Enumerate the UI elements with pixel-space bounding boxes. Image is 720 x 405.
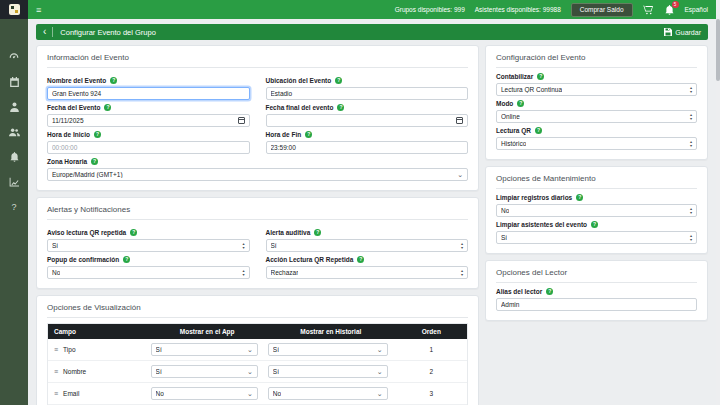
help-icon[interactable]: ? [517, 100, 524, 107]
attendees-available-text: Asistentes disponibles: 99988 [475, 6, 561, 13]
save-button[interactable]: Guardar [664, 28, 701, 36]
table-header-row: Campo Mostrar en el App Mostrar en Histo… [48, 324, 467, 339]
audio-alert-label: Alerta auditiva [266, 229, 311, 236]
scrollbar-thumb[interactable] [716, 19, 720, 81]
field-repeat-qr-warning: Aviso lectura QR repetida ? Sí ▴▾ [47, 229, 250, 252]
help-icon[interactable]: ? [591, 221, 598, 228]
cart-icon[interactable] [643, 4, 654, 15]
event-name-input[interactable] [47, 87, 250, 100]
timezone-label: Zona Horaria [47, 158, 87, 165]
reader-alias-input[interactable] [496, 298, 697, 311]
save-icon [664, 28, 672, 36]
drag-handle-icon[interactable]: ≡ [54, 346, 58, 353]
clear-attendees-label: Limpiar asistentes del evento [496, 221, 587, 228]
help-icon[interactable]: ? [576, 194, 583, 201]
clear-daily-select[interactable]: No ▴▾ [496, 204, 697, 217]
show-in-history-select[interactable]: Sí ⌄ [268, 365, 388, 378]
clear-attendees-select[interactable]: Sí ▴▾ [496, 231, 697, 244]
table-row: ≡ Email No ⌄ No ⌄ 3 [48, 383, 467, 405]
count-mode-label: Contabilizar [496, 73, 533, 80]
gauge-icon[interactable] [9, 51, 20, 62]
calendar-picker-icon[interactable] [456, 117, 463, 124]
help-icon[interactable]: ? [337, 104, 344, 111]
select-arrows-icon: ▴▾ [242, 269, 244, 275]
display-options-card: Opciones de Visualización Campo Mostrar … [36, 295, 479, 405]
main-content: ‹ Configurar Evento del Grupo Guardar In… [28, 19, 716, 405]
col-header-app: Mostrar en el App [149, 328, 266, 335]
repeat-qr-action-select[interactable]: Rechazar ▴▾ [266, 266, 469, 279]
notification-badge: 5 [672, 1, 679, 8]
page-title: Configurar Evento del Grupo [60, 28, 155, 37]
show-in-app-select[interactable]: Sí ⌄ [151, 343, 258, 356]
help-icon[interactable]: ? [546, 288, 553, 295]
event-date-input[interactable]: 11/11/2025 [47, 114, 250, 127]
show-in-app-select[interactable]: Sí ⌄ [151, 365, 258, 378]
help-icon[interactable]: ? [535, 127, 542, 134]
bell-icon-sidebar[interactable] [9, 151, 20, 162]
field-repeat-qr-action: Acción Lectura QR Repetida ? Rechazar ▴▾ [266, 256, 469, 279]
hamburger-icon[interactable]: ≡ [36, 5, 41, 15]
back-button[interactable]: ‹ [43, 27, 52, 37]
user-icon[interactable] [9, 101, 20, 112]
timezone-select[interactable]: Europe/Madrid (GMT+1) ⌄ [47, 168, 468, 181]
help-icon[interactable]: ? [335, 77, 342, 84]
event-location-label: Ubicación del Evento [266, 77, 332, 84]
users-icon[interactable] [9, 126, 20, 137]
col-header-campo: Campo [48, 328, 149, 335]
end-time-input[interactable] [266, 141, 469, 154]
select-arrows-icon: ▴▾ [690, 86, 692, 92]
audio-alert-select[interactable]: Sí ▴▾ [266, 239, 469, 252]
display-options-table: Campo Mostrar en el App Mostrar en Histo… [47, 323, 468, 405]
qr-reading-select[interactable]: Histórico ▴▾ [496, 137, 697, 150]
page-header: ‹ Configurar Evento del Grupo Guardar [36, 24, 708, 40]
drag-handle-icon[interactable]: ≡ [54, 390, 58, 397]
select-arrows-icon: ▴▾ [461, 269, 463, 275]
chart-icon[interactable] [9, 176, 20, 187]
reader-alias-label: Alias del lector [496, 288, 542, 295]
drag-handle-icon[interactable]: ≡ [54, 368, 58, 375]
mode-select[interactable]: Online ▴▾ [496, 110, 697, 123]
count-mode-select[interactable]: Lectura QR Continua ▴▾ [496, 83, 697, 96]
groups-available-text: Grupos disponibles: 999 [395, 6, 465, 13]
field-event-name: Nombre del Evento ? [47, 77, 250, 100]
field-clear-attendees: Limpiar asistentes del evento ? Sí ▴▾ [496, 221, 697, 244]
show-in-history-select[interactable]: No ⌄ [268, 387, 388, 400]
row-order: 2 [396, 368, 467, 375]
help-icon[interactable]: ? [110, 77, 117, 84]
top-navbar: ≡ Grupos disponibles: 999 Asistentes dis… [0, 0, 720, 19]
section-title-event-config: Configuración del Evento [496, 53, 697, 68]
save-label: Guardar [675, 29, 701, 36]
help-icon[interactable]: ? [123, 256, 130, 263]
table-row: ≡ Tipo Sí ⌄ Sí ⌄ 1 [48, 339, 467, 361]
calendar-icon[interactable] [9, 76, 20, 87]
help-icon[interactable]: ? [305, 131, 312, 138]
show-in-app-select[interactable]: No ⌄ [151, 387, 258, 400]
event-location-input[interactable] [266, 87, 469, 100]
event-end-date-input[interactable] [266, 114, 469, 127]
help-icon[interactable]: ? [104, 104, 111, 111]
section-title-alerts: Alertas y Notificaciones [47, 205, 468, 220]
start-time-input[interactable] [47, 141, 250, 154]
help-icon-sidebar[interactable]: ? [9, 201, 20, 212]
help-icon[interactable]: ? [314, 229, 321, 236]
help-icon[interactable]: ? [130, 229, 137, 236]
calendar-picker-icon[interactable] [238, 117, 245, 124]
section-title-display-options: Opciones de Visualización [47, 303, 468, 318]
row-order: 3 [396, 390, 467, 397]
field-qr-reading: Lectura QR ? Histórico ▴▾ [496, 127, 697, 150]
confirm-popup-select[interactable]: No ▴▾ [47, 266, 250, 279]
chevron-down-icon: ⌄ [247, 391, 253, 397]
section-title-reader: Opciones del Lector [496, 268, 697, 283]
event-date-label: Fecha del Evento [47, 104, 100, 111]
buy-balance-button[interactable]: Comprar Saldo [571, 3, 633, 17]
help-icon[interactable]: ? [537, 73, 544, 80]
bell-icon[interactable]: 5 [664, 4, 675, 15]
help-icon[interactable]: ? [94, 131, 101, 138]
show-in-history-select[interactable]: Sí ⌄ [268, 343, 388, 356]
app-logo[interactable] [0, 0, 28, 19]
help-icon[interactable]: ? [91, 158, 98, 165]
app-logo-icon [9, 4, 20, 15]
repeat-qr-warning-select[interactable]: Sí ▴▾ [47, 239, 250, 252]
help-icon[interactable]: ? [357, 256, 364, 263]
language-selector[interactable]: Español [685, 6, 709, 13]
